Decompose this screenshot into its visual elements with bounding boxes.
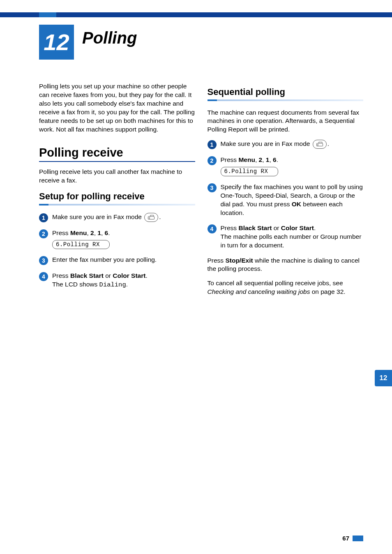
fax-icon — [313, 140, 327, 149]
lcd-display: 6.Polling RX — [52, 240, 110, 249]
stop-exit-paragraph: Press Stop/Exit while the machine is dia… — [208, 256, 364, 274]
ok-label: OK — [292, 201, 301, 208]
section-title-polling-receive: Polling receive — [39, 145, 195, 162]
t: on page 32. — [310, 288, 345, 295]
left-column: Polling lets you set up your machine so … — [39, 82, 195, 302]
side-tab-number: 12 — [380, 374, 387, 382]
right-column: Sequential polling The machine can reque… — [208, 82, 364, 302]
step-4-body: Press Black Start or Color Start. The LC… — [52, 272, 195, 289]
subsection-rule — [39, 204, 195, 205]
t: The LCD shows — [52, 281, 99, 288]
black-start-label: Black Start — [238, 224, 272, 231]
header-bar-accent — [39, 12, 56, 17]
step-2r-body: Press Menu, 2, 1, 6. 6.Polling RX — [221, 156, 364, 176]
subsection-sequential-polling: Sequential polling — [208, 86, 364, 98]
black-start-label: Black Start — [70, 272, 104, 279]
key-6: 6 — [105, 229, 108, 236]
t: Press — [52, 229, 70, 236]
step-badge-2: 2 — [208, 156, 217, 165]
step-1-text-a: Make sure you are in Fax mode — [52, 213, 143, 220]
footer: 67 — [342, 535, 363, 542]
t: . — [327, 140, 329, 147]
step-2: 2 Press Menu, 2, 1, 6. 6.Polling RX — [39, 229, 195, 249]
step-badge-1: 1 — [208, 140, 217, 149]
step-4r-body: Press Black Start or Color Start. The ma… — [221, 224, 364, 250]
t: Press — [208, 257, 226, 264]
color-start-label: Color Start — [281, 224, 314, 231]
chapter-number-block: 12 — [39, 25, 74, 60]
step-2r: 2 Press Menu, 2, 1, 6. 6.Polling RX — [208, 156, 364, 176]
chapter-title: Polling — [82, 29, 137, 47]
step-badge-2: 2 — [39, 229, 48, 238]
key-6: 6 — [273, 156, 277, 163]
step-3: 3 Enter the fax number you are polling. — [39, 256, 195, 265]
t: . — [314, 224, 316, 231]
t: Press — [221, 224, 239, 231]
menu-label: Menu — [238, 156, 255, 163]
step-badge-4: 4 — [39, 272, 48, 281]
t: or — [272, 224, 281, 231]
sequential-desc: The machine can request documents from s… — [208, 108, 364, 134]
step-badge-4: 4 — [208, 224, 217, 233]
t: To cancel all sequential polling receive… — [208, 279, 343, 286]
key-2: 2 — [259, 156, 263, 163]
t: , — [269, 156, 273, 163]
step-1r-body: Make sure you are in Fax mode . — [221, 140, 364, 149]
footer-accent — [353, 536, 363, 541]
stop-exit-label: Stop/Exit — [225, 257, 253, 264]
cancel-jobs-paragraph: To cancel all sequential polling receive… — [208, 279, 364, 296]
subsection-rule — [208, 99, 364, 101]
t: Make sure you are in Fax mode — [221, 140, 312, 147]
step-1-body: Make sure you are in Fax mode . — [52, 213, 195, 222]
step-4: 4 Press Black Start or Color Start. The … — [39, 272, 195, 289]
step-1r: 1 Make sure you are in Fax mode . — [208, 140, 364, 149]
side-tab-chapter: 12 — [375, 370, 392, 386]
t: . — [108, 229, 110, 236]
step-badge-1: 1 — [39, 213, 48, 222]
xref-checking-canceling: Checking and canceling waiting jobs — [208, 288, 310, 295]
t: . — [277, 156, 278, 163]
chapter-number: 12 — [44, 31, 69, 54]
t: , — [101, 229, 105, 236]
step-badge-3: 3 — [208, 183, 217, 192]
lcd-text-dialing: Dialing — [99, 281, 126, 289]
t: , — [94, 229, 98, 236]
t: , — [262, 156, 266, 163]
t: . — [126, 281, 128, 288]
menu-label: Menu — [70, 229, 87, 236]
content-columns: Polling lets you set up your machine so … — [39, 82, 363, 302]
intro-paragraph: Polling lets you set up your machine so … — [39, 82, 195, 134]
t: Press — [221, 156, 239, 163]
t: The machine polls each number or Group n… — [221, 233, 362, 249]
t: , — [87, 229, 90, 236]
lcd-display: 6.Polling RX — [221, 167, 278, 176]
step-3r-body: Specify the fax machines you want to pol… — [221, 183, 364, 217]
subsection-setup-polling: Setup for polling receive — [39, 191, 195, 202]
page-number: 67 — [342, 535, 349, 542]
section-desc: Polling receive lets you call another fa… — [39, 168, 195, 185]
header-bar — [0, 12, 392, 17]
step-3-body: Enter the fax number you are polling. — [52, 256, 195, 264]
t: or — [104, 272, 113, 279]
color-start-label: Color Start — [113, 272, 145, 279]
t: , — [255, 156, 259, 163]
key-1: 1 — [97, 229, 101, 236]
t: Press — [52, 272, 70, 279]
page: 12 Polling Polling lets you set up your … — [0, 0, 392, 554]
step-4r: 4 Press Black Start or Color Start. The … — [208, 224, 364, 250]
step-1-text-b: . — [159, 213, 161, 220]
step-1: 1 Make sure you are in Fax mode . — [39, 213, 195, 222]
step-2-body: Press Menu, 2, 1, 6. 6.Polling RX — [52, 229, 195, 249]
t: . — [145, 272, 147, 279]
key-2: 2 — [90, 229, 94, 236]
step-3r: 3 Specify the fax machines you want to p… — [208, 183, 364, 217]
fax-icon — [144, 213, 158, 222]
step-badge-3: 3 — [39, 256, 48, 265]
